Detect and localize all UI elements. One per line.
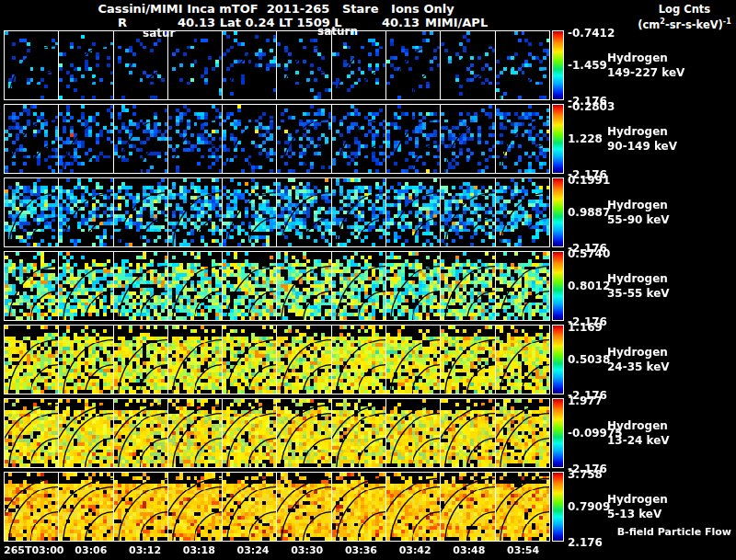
spectrogram-panel	[276, 30, 331, 100]
colorbar-min-label: 2.176	[568, 536, 603, 549]
colorbar-max-label: 0.5740	[568, 247, 610, 260]
heatmap-panel-strip	[4, 325, 550, 394]
spectrogram-panel	[222, 30, 277, 100]
energy-band-label: Hydrogen 90-149 keV	[607, 124, 677, 154]
spectrogram-panel	[4, 325, 59, 394]
spectrogram-panel	[331, 398, 386, 468]
time-tick-label: 03:54	[496, 544, 550, 556]
time-tick-label: 03:30	[280, 544, 334, 556]
spectrogram-panel	[4, 104, 59, 174]
r-label: R	[118, 16, 127, 29]
spectrogram-panel	[440, 398, 495, 468]
time-tick-label: 03:24	[226, 544, 281, 556]
rainbow-colorbar	[552, 30, 564, 100]
rainbow-colorbar	[552, 398, 564, 468]
spectrogram-panel	[58, 30, 113, 100]
spectrogram-panel	[167, 398, 223, 468]
time-tick-label: 03:42	[388, 544, 443, 556]
spectrogram-panel	[495, 325, 550, 394]
energy-range: 55-90 keV	[607, 212, 670, 227]
colorbar-mid-label: 0.5038	[568, 353, 610, 366]
spectrogram-panel	[58, 177, 113, 247]
l-value: 40.13	[382, 16, 420, 29]
energy-band-label: Hydrogen 149-227 keV	[607, 51, 684, 80]
colorbar-max-label: 0.1991	[568, 174, 610, 187]
energy-band-label: Hydrogen 5-13 keV	[607, 492, 668, 521]
credit-label: MIMI/APL	[425, 16, 488, 29]
spectrogram-panel	[495, 472, 550, 542]
colorbar-max-label: -0.2803	[568, 100, 615, 113]
spectrogram-panel	[113, 104, 168, 174]
heatmap-panel-strip	[4, 104, 550, 174]
spectrogram-panel	[4, 398, 59, 468]
spectrogram-panel	[495, 104, 550, 174]
spectrogram-panel	[495, 30, 550, 100]
energy-range: 13-24 keV	[607, 433, 670, 448]
spectrogram-panel	[276, 251, 331, 321]
species-name: Hydrogen	[607, 198, 670, 212]
spectrogram-panel	[4, 472, 59, 542]
energy-band-label: Hydrogen 35-55 keV	[607, 271, 670, 301]
time-tick-label: 03:18	[172, 544, 226, 556]
spectrogram-panel	[331, 104, 386, 174]
colorbar-title: Log Cnts (cm2-sr-s-keV)-1	[633, 3, 736, 31]
time-axis: 265T03:0003:0603:1203:1803:2403:3003:360…	[4, 544, 550, 556]
energy-range: 24-35 keV	[607, 360, 670, 374]
spectrogram-panel	[440, 472, 495, 542]
rainbow-colorbar	[552, 177, 564, 247]
spectrogram-panel	[440, 30, 495, 100]
spectrogram-panel	[113, 30, 168, 100]
saturn-marker-right: saturn	[317, 25, 358, 38]
colorbar-title-line1: Log Cnts	[659, 3, 710, 16]
spectrogram-panel	[385, 30, 441, 100]
spectrogram-panel	[4, 251, 59, 321]
energy-band-row: 0.1991 0.9887 -2.176 Hydrogen 55-90 keV	[0, 177, 736, 247]
spectrogram-panel	[276, 472, 331, 542]
heatmap-panel-strip	[4, 251, 550, 321]
spectrogram-panel	[113, 325, 168, 394]
time-tick-label: 03:12	[118, 544, 172, 556]
time-tick-label: 03:06	[63, 544, 118, 556]
spectrogram-panel	[58, 104, 113, 174]
spectrogram-panel	[113, 398, 168, 468]
energy-range: 5-13 keV	[607, 507, 668, 521]
rainbow-colorbar	[552, 251, 564, 321]
colorbar-max-label: 1.977	[568, 394, 603, 407]
spectrogram-panel	[58, 398, 113, 468]
plot-title: Cassini/MIMI Inca mTOF 2011-265 Stare Io…	[0, 2, 552, 16]
energy-range: 35-55 keV	[607, 286, 670, 301]
bfield-flow-label: B-field Particle Flow	[617, 526, 731, 538]
spectrogram-panel	[385, 251, 441, 321]
spectrogram-panel	[4, 177, 59, 247]
heatmap-panel-strip	[4, 472, 550, 542]
heatmap-panel-strip	[4, 177, 550, 247]
species-name: Hydrogen	[607, 492, 668, 507]
colorbar-mid-label: 1.228	[568, 132, 603, 145]
spectrogram-panel	[385, 398, 441, 468]
colorbar-mid-label: -1.459	[568, 59, 607, 72]
colorbar-mid-label: 0.7909	[568, 500, 610, 513]
species-name: Hydrogen	[607, 51, 684, 65]
spectrogram-panel	[385, 325, 441, 394]
spectrogram-panel	[222, 104, 277, 174]
inca-spectrogram-plot: Cassini/MIMI Inca mTOF 2011-265 Stare Io…	[0, 0, 736, 560]
energy-band-row: -0.7412 -1.459 -2.176 Hydrogen 149-227 k…	[0, 30, 736, 100]
saturn-marker-left: satur	[143, 27, 175, 40]
spectrogram-panel	[167, 251, 223, 321]
spectrogram-panel	[331, 177, 386, 247]
spectrogram-panel	[495, 398, 550, 468]
spectrogram-panel	[113, 472, 168, 542]
spectrogram-panel	[222, 177, 277, 247]
spectrogram-panel	[58, 251, 113, 321]
energy-band-row: -0.2803 1.228 -2.176 Hydrogen 90-149 keV	[0, 104, 736, 174]
heatmap-panel-strip	[4, 398, 550, 468]
spectrogram-panel	[385, 177, 441, 247]
spectrogram-panel	[167, 177, 223, 247]
energy-band-row: 1.169 0.5038 -2.176 Hydrogen 24-35 keV	[0, 325, 736, 394]
heatmap-panel-strip	[4, 30, 550, 100]
energy-band-row: 0.5740 0.8012 -2.176 Hydrogen 35-55 keV	[0, 251, 736, 321]
spectrogram-panel	[58, 472, 113, 542]
colorbar-mid-label: 0.9887	[568, 206, 610, 219]
species-name: Hydrogen	[607, 124, 677, 139]
rainbow-colorbar	[552, 472, 564, 542]
